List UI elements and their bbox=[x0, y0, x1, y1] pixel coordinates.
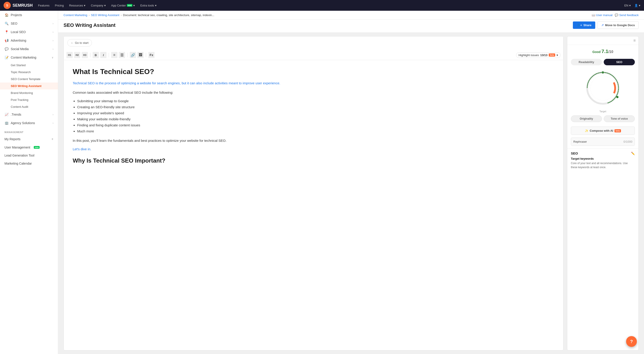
editor-h2: Why Is Technical SEO Important? bbox=[73, 157, 554, 164]
breadcrumb-seo-writing-assistant[interactable]: SEO Writing Assistant bbox=[91, 14, 120, 17]
semrush-logo-icon: S bbox=[4, 2, 11, 9]
sidebar-sub-seo-content-template[interactable]: SEO Content Template bbox=[0, 76, 58, 82]
sidebar-item-advertising[interactable]: 📢 Advertising › bbox=[0, 36, 58, 45]
sidebar-sub-post-tracking[interactable]: Post Tracking bbox=[0, 96, 58, 103]
logo[interactable]: S SEMRUSH bbox=[4, 2, 33, 9]
projects-icon: 🏠 bbox=[4, 13, 8, 17]
sidebar-item-projects[interactable]: 🏠 Projects bbox=[0, 11, 58, 19]
editor-content[interactable]: What Is Technical SEO? Technical SEO is … bbox=[64, 60, 563, 350]
bold-button[interactable]: B bbox=[92, 52, 99, 58]
metric-tabs: Originality Tone of voice bbox=[567, 116, 638, 122]
sidebar-item-social-media[interactable]: 💬 Social Media › bbox=[0, 45, 58, 53]
sidebar-item-my-reports[interactable]: My Reports + bbox=[0, 135, 58, 143]
nav-app-center[interactable]: App Center new ▾ bbox=[111, 4, 135, 7]
edit-icon[interactable]: ✏️ bbox=[631, 152, 635, 155]
editor-panel: ← Go to start H1 H2 H3 B I ≡ ☰ 🔗 bbox=[64, 36, 564, 350]
panel-tabs: Readability SEO bbox=[567, 59, 638, 65]
tab-originality[interactable]: Originality bbox=[571, 116, 602, 122]
chevron-right-icon: › bbox=[52, 122, 54, 124]
content-marketing-icon: 📝 bbox=[4, 56, 8, 60]
toolbar-separator bbox=[109, 53, 109, 57]
link-button[interactable]: 🔗 bbox=[130, 52, 136, 58]
highlight-issues-toggle[interactable]: Highlight issues 13/13 beta ▾ bbox=[516, 52, 560, 58]
target-keywords-description: Core of your text and all recommendation… bbox=[571, 161, 635, 169]
agency-icon: 🏢 bbox=[4, 121, 8, 125]
user-manual-link[interactable]: 📖 User manual bbox=[592, 14, 613, 17]
compose-with-ai-button[interactable]: ✨ Compose with AI beta bbox=[571, 126, 635, 135]
sidebar-item-agency-solutions[interactable]: 🏢 Agency Solutions › bbox=[0, 119, 58, 127]
list-item: Much more bbox=[77, 128, 554, 134]
highlight-label: Highlight issues bbox=[518, 54, 539, 57]
editor-lead: Technical SEO is the process of optimizi… bbox=[73, 80, 554, 86]
rephraser-button[interactable]: Rephraser 0/1000 bbox=[571, 138, 635, 146]
nav-pricing[interactable]: Pricing bbox=[55, 4, 64, 7]
user-menu[interactable]: 👤 ▾ bbox=[634, 4, 640, 7]
toolbar-separator bbox=[146, 53, 146, 57]
language-selector[interactable]: EN ▾ bbox=[624, 4, 631, 7]
nav-features[interactable]: Features bbox=[38, 4, 50, 7]
seo-section-header: SEO ✏️ bbox=[571, 152, 635, 155]
sidebar-sub-topic-research[interactable]: Topic Research bbox=[0, 69, 58, 76]
h1-button[interactable]: H1 bbox=[66, 52, 73, 58]
help-icon: ? bbox=[630, 339, 633, 344]
top-navigation: S SEMRUSH Features Pricing Resources ▾ C… bbox=[0, 0, 644, 11]
list-item: Finding and fixing duplicate content iss… bbox=[77, 122, 554, 128]
help-fab[interactable]: ? bbox=[626, 336, 637, 347]
breadcrumb-content-marketing[interactable]: Content Marketing bbox=[64, 14, 87, 17]
clear-format-button[interactable]: Fx bbox=[148, 52, 154, 58]
h3-button[interactable]: H3 bbox=[82, 52, 88, 58]
tab-tone-of-voice[interactable]: Tone of voice bbox=[604, 116, 635, 122]
unordered-list-button[interactable]: ☰ bbox=[119, 52, 125, 58]
sidebar-sub-seo-writing-assistant[interactable]: SEO Writing Assistant bbox=[0, 82, 58, 90]
sidebar-item-lead-generation[interactable]: Lead Generation Tool bbox=[0, 152, 58, 160]
sidebar-item-trends[interactable]: 📈 .Trends › bbox=[0, 110, 58, 119]
chat-icon: 💬 bbox=[615, 14, 618, 17]
arrow-left-icon: ← bbox=[71, 41, 74, 44]
rephraser-count: 0/1000 bbox=[624, 140, 632, 143]
sidebar-sub-get-started[interactable]: Get Started bbox=[0, 62, 58, 69]
rephraser-label: Rephraser bbox=[573, 140, 587, 143]
chevron-right-icon: › bbox=[52, 31, 54, 33]
go-to-start-button[interactable]: ← Go to start bbox=[67, 39, 92, 46]
score-label: Good 7.1/10 bbox=[571, 48, 635, 54]
tab-readability[interactable]: Readability bbox=[571, 59, 602, 65]
h2-button[interactable]: H2 bbox=[74, 52, 80, 58]
chevron-right-icon: › bbox=[52, 22, 54, 25]
image-button[interactable]: 🖼 bbox=[137, 52, 144, 58]
sidebar-item-local-seo[interactable]: 📍 Local SEO › bbox=[0, 28, 58, 36]
nav-extra-tools[interactable]: Extra tools ▾ bbox=[140, 4, 156, 7]
breadcrumb-actions: 📖 User manual 💬 Send feedback bbox=[592, 14, 639, 17]
breadcrumb-document: Document: technical seo, crawling, site … bbox=[123, 14, 214, 17]
page-title: SEO Writing Assistant bbox=[64, 22, 116, 28]
nav-resources[interactable]: Resources ▾ bbox=[69, 4, 86, 7]
share-button[interactable]: 👤+ Share bbox=[573, 22, 595, 29]
move-to-google-docs-button[interactable]: ↗ Move to Google Docs bbox=[598, 22, 639, 29]
target-keywords-title: Target keywords bbox=[571, 157, 635, 160]
sidebar-item-content-marketing[interactable]: 📝 Content Marketing ∨ bbox=[0, 53, 58, 62]
italic-button[interactable]: I bbox=[100, 52, 106, 58]
advertising-icon: 📢 bbox=[4, 38, 8, 42]
compose-beta-badge: beta bbox=[614, 129, 621, 132]
send-feedback-link[interactable]: 💬 Send feedback bbox=[615, 14, 639, 17]
ordered-list-button[interactable]: ≡ bbox=[111, 52, 118, 58]
editor-link: Let's dive in. bbox=[73, 146, 554, 152]
gauge-chart bbox=[583, 68, 623, 108]
sidebar-sub-brand-monitoring[interactable]: Brand Monitoring bbox=[0, 90, 58, 96]
gauge-target-label: Target bbox=[567, 110, 638, 113]
right-panel: ≡ Good 7.1/10 Readability SEO bbox=[567, 36, 639, 350]
toolbar-separator bbox=[127, 53, 128, 57]
sidebar-sub-content-audit[interactable]: Content Audit bbox=[0, 103, 58, 110]
nav-company[interactable]: Company ▾ bbox=[91, 4, 106, 7]
sidebar: 🏠 Projects 🔍 SEO › 📍 Local SEO › 📢 Adver… bbox=[0, 11, 58, 354]
sidebar-item-seo[interactable]: 🔍 SEO › bbox=[0, 19, 58, 28]
editor-bullet-list: Submitting your sitemap to Google Creati… bbox=[77, 98, 554, 134]
ai-compose-icon: ✨ bbox=[585, 129, 588, 132]
add-report-icon[interactable]: + bbox=[52, 137, 54, 141]
google-docs-icon: ↗ bbox=[601, 24, 604, 27]
user-management-new-badge: new bbox=[34, 146, 40, 149]
trends-icon: 📈 bbox=[4, 112, 8, 116]
sidebar-item-user-management[interactable]: User Management new bbox=[0, 143, 58, 152]
sidebar-item-marketing-calendar[interactable]: Marketing Calendar bbox=[0, 160, 58, 168]
panel-menu-icon[interactable]: ≡ bbox=[633, 38, 636, 43]
tab-seo[interactable]: SEO bbox=[604, 59, 635, 65]
